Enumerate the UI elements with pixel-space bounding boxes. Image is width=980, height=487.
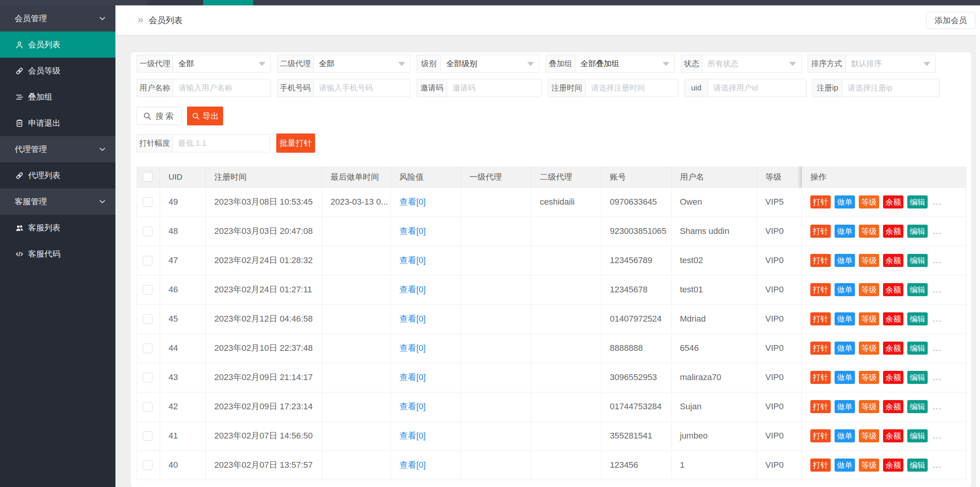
more-actions-button[interactable]: ... <box>933 460 942 470</box>
more-actions-button[interactable]: ... <box>933 343 942 353</box>
risk-view-link[interactable]: 查看[0] <box>399 255 426 265</box>
risk-view-link[interactable]: 查看[0] <box>399 372 426 382</box>
page-scrollbar[interactable] <box>975 35 980 487</box>
row-checkbox[interactable] <box>143 197 152 207</box>
action-button-inject[interactable]: 打针 <box>810 283 831 296</box>
action-button-order[interactable]: 做单 <box>835 371 855 384</box>
sidebar-item-member-list[interactable]: 会员列表 <box>0 32 115 58</box>
action-button-inject[interactable]: 打针 <box>810 195 831 208</box>
action-button-edit[interactable]: 编辑 <box>907 254 928 267</box>
action-button-inject[interactable]: 打针 <box>810 371 831 384</box>
action-button-order[interactable]: 做单 <box>835 342 855 355</box>
action-button-balance[interactable]: 余额 <box>883 459 903 472</box>
action-button-inject[interactable]: 打针 <box>810 312 831 325</box>
sidebar-item-apply-exit[interactable]: 申请退出 <box>0 110 115 136</box>
sidebar-item-agent-list[interactable]: 代理列表 <box>0 162 115 188</box>
inject-range-input[interactable] <box>172 134 270 152</box>
action-button-edit[interactable]: 编辑 <box>907 429 928 442</box>
action-button-order[interactable]: 做单 <box>835 225 855 238</box>
uid-input[interactable] <box>708 79 806 97</box>
action-button-inject[interactable]: 打针 <box>810 429 831 442</box>
action-button-edit[interactable]: 编辑 <box>907 195 928 208</box>
filter-select-second-agent[interactable]: 全部 <box>313 55 411 73</box>
row-checkbox[interactable] <box>143 402 152 412</box>
sidebar-item-stack-group[interactable]: 叠加组 <box>0 84 115 110</box>
filter-select-status[interactable]: 所有状态 <box>702 55 801 73</box>
row-checkbox[interactable] <box>143 373 152 382</box>
action-button-inject[interactable]: 打针 <box>810 342 831 355</box>
risk-view-link[interactable]: 查看[0] <box>399 460 426 470</box>
action-button-order[interactable]: 做单 <box>835 283 855 296</box>
export-button[interactable]: 导出 <box>187 107 223 125</box>
more-actions-button[interactable]: ... <box>933 226 942 236</box>
action-button-order[interactable]: 做单 <box>835 400 855 413</box>
action-button-balance[interactable]: 余额 <box>883 312 903 325</box>
more-actions-button[interactable]: ... <box>933 402 942 412</box>
action-button-level[interactable]: 等级 <box>859 195 879 208</box>
action-button-order[interactable]: 做单 <box>835 312 855 325</box>
action-button-level[interactable]: 等级 <box>859 312 879 325</box>
action-button-edit[interactable]: 编辑 <box>907 225 928 238</box>
action-button-balance[interactable]: 余额 <box>883 283 903 296</box>
action-button-edit[interactable]: 编辑 <box>907 312 928 325</box>
batch-inject-button[interactable]: 批量打针 <box>276 133 315 153</box>
username-input[interactable] <box>173 79 271 97</box>
more-actions-button[interactable]: ... <box>933 285 942 295</box>
action-button-edit[interactable]: 编辑 <box>907 400 928 413</box>
select-all-checkbox[interactable] <box>143 172 152 182</box>
action-button-order[interactable]: 做单 <box>835 254 855 267</box>
action-button-edit[interactable]: 编辑 <box>907 459 928 472</box>
action-button-inject[interactable]: 打针 <box>810 225 831 238</box>
row-checkbox[interactable] <box>143 460 152 470</box>
action-button-order[interactable]: 做单 <box>835 459 855 472</box>
row-checkbox[interactable] <box>143 227 152 236</box>
phone-input[interactable] <box>313 79 411 97</box>
action-button-edit[interactable]: 编辑 <box>907 371 928 384</box>
filter-select-level[interactable]: 全部级别 <box>441 55 539 73</box>
risk-view-link[interactable]: 查看[0] <box>399 314 426 324</box>
search-button[interactable]: 搜索 <box>137 107 182 125</box>
row-checkbox[interactable] <box>143 344 152 353</box>
invite-code-input[interactable] <box>447 79 542 97</box>
action-button-order[interactable]: 做单 <box>835 195 855 208</box>
more-actions-button[interactable]: ... <box>933 197 942 207</box>
risk-view-link[interactable]: 查看[0] <box>399 226 426 236</box>
row-checkbox[interactable] <box>143 314 152 324</box>
action-button-level[interactable]: 等级 <box>859 371 879 384</box>
action-button-balance[interactable]: 余额 <box>883 195 903 208</box>
action-button-level[interactable]: 等级 <box>859 429 879 442</box>
action-button-level[interactable]: 等级 <box>859 342 879 355</box>
action-button-order[interactable]: 做单 <box>835 429 855 442</box>
filter-select-sort-order[interactable]: 默认排序 <box>845 55 936 73</box>
action-button-inject[interactable]: 打针 <box>810 459 831 472</box>
sidebar-item-member-level[interactable]: 会员等级 <box>0 58 115 84</box>
action-button-level[interactable]: 等级 <box>859 254 879 267</box>
register-time-input[interactable] <box>585 79 678 97</box>
row-checkbox[interactable] <box>143 431 152 441</box>
row-checkbox[interactable] <box>143 256 152 265</box>
add-member-button[interactable]: 添加会员 <box>926 12 975 29</box>
sidebar-item-service-list[interactable]: 客服列表 <box>0 215 115 241</box>
row-checkbox[interactable] <box>143 285 152 295</box>
sidebar-group-agent-management[interactable]: 代理管理 <box>0 136 115 162</box>
filter-select-first-agent[interactable]: 全部 <box>173 55 271 73</box>
register-ip-input[interactable] <box>842 79 940 97</box>
filter-select-stack-group[interactable]: 全部叠加组 <box>575 55 675 73</box>
action-button-inject[interactable]: 打针 <box>810 254 831 267</box>
action-button-balance[interactable]: 余额 <box>883 254 903 267</box>
risk-view-link[interactable]: 查看[0] <box>399 402 426 411</box>
action-button-balance[interactable]: 余额 <box>883 429 903 442</box>
action-button-level[interactable]: 等级 <box>859 225 879 238</box>
action-button-inject[interactable]: 打针 <box>810 400 831 413</box>
more-actions-button[interactable]: ... <box>933 431 942 441</box>
top-tab-inactive[interactable] <box>147 0 203 5</box>
more-actions-button[interactable]: ... <box>933 314 942 324</box>
more-actions-button[interactable]: ... <box>933 255 942 265</box>
action-button-level[interactable]: 等级 <box>859 459 879 472</box>
sidebar-item-service-code[interactable]: 客服代码 <box>0 241 115 267</box>
action-button-level[interactable]: 等级 <box>859 400 879 413</box>
action-button-balance[interactable]: 余额 <box>883 342 903 355</box>
sidebar-group-member-management[interactable]: 会员管理 <box>0 5 115 32</box>
action-button-edit[interactable]: 编辑 <box>907 283 928 296</box>
action-button-balance[interactable]: 余额 <box>883 371 903 384</box>
